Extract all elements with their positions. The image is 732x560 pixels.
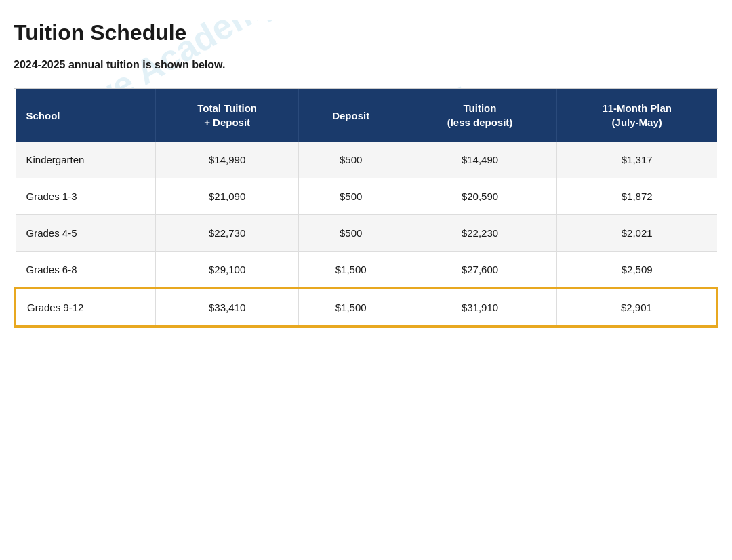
table-header: School Total Tuition + Deposit Deposit T…: [16, 89, 717, 142]
table-row: Grades 6-8$29,100$1,500$27,600$2,509: [16, 252, 717, 289]
cell-school-1: Grades 1-3: [16, 178, 156, 215]
cell-plan_11month-0: $1,317: [556, 142, 716, 178]
col-header-deposit: Deposit: [299, 89, 403, 142]
cell-tuition_less-0: $14,490: [403, 142, 557, 178]
cell-tuition_less-1: $20,590: [403, 178, 557, 215]
table-row: Grades 1-3$21,090$500$20,590$1,872: [16, 178, 717, 215]
cell-total_tuition-4: $33,410: [156, 289, 299, 327]
cell-total_tuition-0: $14,990: [156, 142, 299, 178]
table-row: Grades 9-12$33,410$1,500$31,910$2,901: [16, 289, 717, 327]
table-row: Kindergarten$14,990$500$14,490$1,317: [16, 142, 717, 178]
cell-deposit-3: $1,500: [299, 252, 403, 289]
page-container: PalmDrive Academy PalmDrive Academy Palm…: [14, 20, 718, 328]
col-header-11month: 11-Month Plan (July-May): [556, 89, 716, 142]
table-body: Kindergarten$14,990$500$14,490$1,317Grad…: [16, 142, 717, 327]
tuition-table-wrapper: School Total Tuition + Deposit Deposit T…: [14, 88, 718, 328]
cell-plan_11month-2: $2,021: [556, 215, 716, 252]
cell-tuition_less-3: $27,600: [403, 252, 557, 289]
cell-school-4: Grades 9-12: [16, 289, 156, 327]
cell-school-3: Grades 6-8: [16, 252, 156, 289]
cell-deposit-0: $500: [299, 142, 403, 178]
col-header-tuition-less: Tuition (less deposit): [403, 89, 557, 142]
col-header-school: School: [16, 89, 156, 142]
table-row: Grades 4-5$22,730$500$22,230$2,021: [16, 215, 717, 252]
cell-deposit-1: $500: [299, 178, 403, 215]
cell-deposit-4: $1,500: [299, 289, 403, 327]
cell-plan_11month-1: $1,872: [556, 178, 716, 215]
header-row: School Total Tuition + Deposit Deposit T…: [16, 89, 717, 142]
subtitle: 2024-2025 annual tuition is shown below.: [14, 59, 718, 71]
page-title: Tuition Schedule: [14, 20, 718, 45]
cell-school-2: Grades 4-5: [16, 215, 156, 252]
cell-plan_11month-3: $2,509: [556, 252, 716, 289]
col-header-total-tuition: Total Tuition + Deposit: [156, 89, 299, 142]
cell-total_tuition-3: $29,100: [156, 252, 299, 289]
cell-school-0: Kindergarten: [16, 142, 156, 178]
cell-tuition_less-2: $22,230: [403, 215, 557, 252]
cell-plan_11month-4: $2,901: [556, 289, 716, 327]
cell-deposit-2: $500: [299, 215, 403, 252]
cell-total_tuition-1: $21,090: [156, 178, 299, 215]
cell-tuition_less-4: $31,910: [403, 289, 557, 327]
tuition-table: School Total Tuition + Deposit Deposit T…: [14, 89, 718, 327]
cell-total_tuition-2: $22,730: [156, 215, 299, 252]
